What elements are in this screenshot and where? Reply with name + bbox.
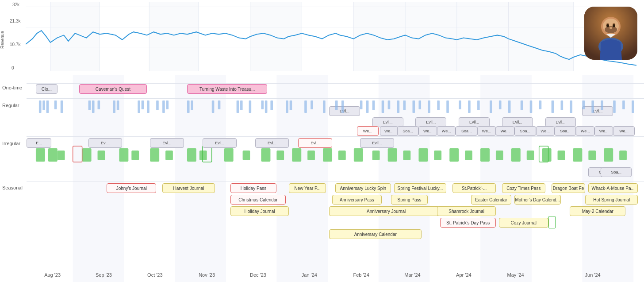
regular-evil-4[interactable]: Evil... [415,117,446,127]
svg-rect-126 [604,148,613,162]
regular-we-4[interactable]: We... [437,126,456,136]
svg-rect-92 [48,148,58,162]
irregular-label: Irregular [2,141,20,146]
svg-rect-107 [307,151,315,160]
event-turning-waste[interactable]: Turning Waste Into Treasu... [187,84,267,94]
irreg-e-1[interactable]: E... [27,138,51,148]
event-cozy-journal[interactable]: Cozy Journal [499,218,548,228]
event-new-year-p[interactable]: New Year P... [289,183,326,193]
event-spring-festival[interactable]: Spring Festival Lucky... [394,183,447,193]
event-anniversary-pass[interactable]: Anniversary Pass [332,195,382,205]
regular-evil-1[interactable]: Evil... [329,106,360,116]
regular-we-3[interactable]: We... [418,126,437,136]
svg-rect-113 [403,151,411,160]
event-clo[interactable]: Clo... [36,84,58,94]
month-apr24: Apr '24 [456,272,472,278]
event-anniversary-calendar[interactable]: Anniversary Calendar [329,229,422,239]
regular-evil-6[interactable]: Evil... [502,117,533,127]
irreg-soa[interactable]: Soa... [601,167,632,177]
seasonal-green-bar [548,216,556,228]
svg-rect-102 [224,148,234,162]
regular-evil-3[interactable]: Evil... [372,117,403,127]
regular-evil-2[interactable]: Evil... [582,106,613,116]
onetime-label: One-time [2,85,22,90]
irreg-evi-5[interactable]: Evi... [298,138,332,148]
regular-we-6[interactable]: We... [496,126,514,136]
event-mothers-day[interactable]: Mother's Day Calend... [514,195,561,205]
seasonal-row: Johny's Journal Harvest Journal Holiday … [27,182,644,249]
svg-rect-105 [276,151,284,160]
regular-evil-7[interactable]: Evil... [545,117,576,127]
regular-we-9[interactable]: We... [594,126,613,136]
event-holiday-journal[interactable]: Holiday Journal [230,206,289,216]
svg-rect-99 [165,151,173,160]
regular-soa-3[interactable]: Soa... [514,126,536,136]
event-stpatrick-day-pass[interactable]: St. Patrick's Day Pass [440,218,496,228]
event-may2-calendar[interactable]: May-2 Calendar [570,206,625,216]
regular-we-2[interactable]: We... [380,126,399,136]
svg-rect-18 [405,2,457,71]
irreg-evi-4[interactable]: Evi... [255,138,289,148]
irreg-evi-3[interactable]: Evi... [203,138,237,148]
regular-soa-2[interactable]: Soa... [456,126,477,136]
regular-we-7[interactable]: We... [536,126,555,136]
y-label-32k: 32k [12,2,19,7]
event-harvest-journal[interactable]: Harvest Journal [162,183,215,193]
svg-rect-106 [292,148,301,162]
svg-rect-129 [203,146,212,162]
regular-we-10[interactable]: We... [613,126,635,136]
regular-row: Evil... Evil... Evil... Evil... Evil... … [27,100,644,135]
event-christmas-calendar[interactable]: Christmas Calendar [230,195,286,205]
event-dragon-boat[interactable]: Dragon Boat Fe [552,183,586,193]
y-axis-title: Revenue [0,31,5,49]
month-nov23: Nov '23 [199,272,215,278]
svg-rect-100 [187,148,196,162]
svg-rect-128 [73,146,82,162]
y-label-0: 0 [12,66,14,70]
irreg-evi-2[interactable]: Evi... [150,138,184,148]
irregular-row: E... Evi... Evi... Evi... Evi... Evi... … [27,137,644,179]
event-spring-pass[interactable]: Spring Pass [391,195,428,205]
regular-soa-4[interactable]: Soa... [555,126,576,136]
event-whack-mouse[interactable]: Whack-A-Mouse Pa... [588,183,638,193]
regular-label: Regular [2,103,19,108]
event-easter-calendar[interactable]: Easter Calendar [471,195,511,205]
event-anniversary-lucky-spin[interactable]: Anniversary Lucky Spin [335,183,391,193]
event-cavemans-quest[interactable]: Caveman's Quest [79,84,147,94]
svg-rect-101 [199,151,207,160]
event-hot-spring[interactable]: Hot Spring Journal [585,195,638,205]
svg-rect-17 [353,2,405,71]
regular-evil-5[interactable]: Evil... [459,117,490,127]
svg-rect-124 [573,148,582,162]
bottom-divider [27,272,644,272]
irreg-evi-1[interactable]: Evi... [88,138,123,148]
svg-rect-117 [465,151,472,160]
event-cozy-times-pass[interactable]: Cozy Times Pass [502,183,545,193]
svg-rect-116 [449,148,459,162]
irreg-evil-6[interactable]: Evil... [360,138,394,148]
app-icon-graphic [584,7,637,60]
divider-irregular [27,136,644,137]
svg-rect-93 [58,151,65,160]
svg-rect-118 [480,148,490,162]
svg-rect-110 [354,148,363,162]
regular-we-5[interactable]: We... [477,126,496,136]
regular-we-8[interactable]: We... [576,126,594,136]
regular-we-1[interactable]: We... [357,126,379,136]
chart-area: Revenue 32k 21.3k 10.7k 0 [0,0,644,75]
regular-soa-1[interactable]: Soa... [397,126,419,136]
event-stpatrick[interactable]: St.Patrick'-... [452,183,496,193]
svg-rect-111 [372,151,380,160]
month-sep23: Sep '23 [96,272,112,278]
svg-rect-94 [82,148,92,162]
divider-onetime [27,83,644,84]
svg-rect-104 [261,148,270,162]
month-aug23: Aug '23 [44,272,61,278]
svg-rect-103 [243,151,250,160]
event-anniversary-journal[interactable]: Anniversary Journal [329,206,443,216]
svg-rect-108 [323,148,332,162]
event-johny-journal[interactable]: Johny's Journal [107,183,156,193]
event-shamrock-journal[interactable]: Shamrock Journal [437,206,496,216]
event-holiday-pass[interactable]: Holiday Pass [230,183,277,193]
svg-rect-127 [619,151,627,160]
